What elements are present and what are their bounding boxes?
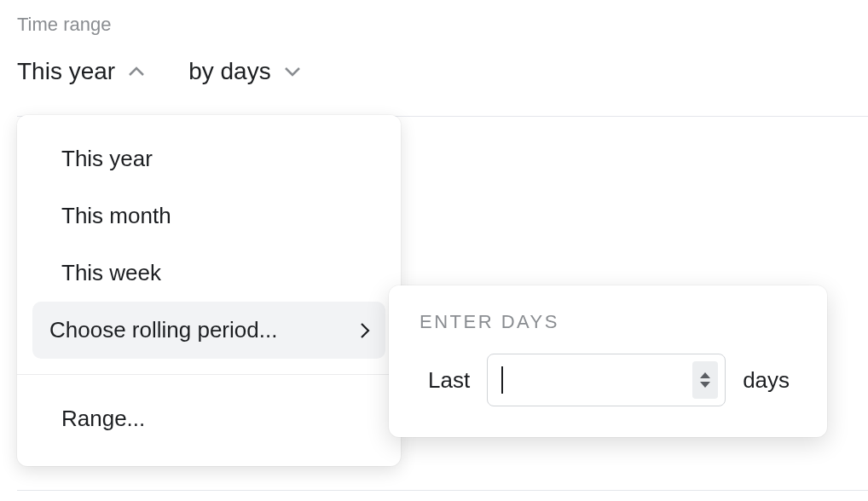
menu-divider — [17, 374, 401, 375]
divider — [17, 490, 868, 491]
menu-item-this-month[interactable]: This month — [32, 187, 385, 245]
menu-item-this-week[interactable]: This week — [32, 245, 385, 302]
submenu-suffix: days — [743, 367, 790, 394]
selectors-row: This year by days — [17, 58, 302, 85]
days-input[interactable] — [487, 354, 726, 406]
time-range-dropdown-label: This year — [17, 58, 115, 85]
chevron-right-icon — [360, 322, 370, 339]
chevron-up-icon — [127, 66, 146, 78]
menu-item-rolling-period[interactable]: Choose rolling period... — [32, 302, 385, 359]
granularity-dropdown[interactable]: by days — [188, 58, 302, 85]
svg-marker-1 — [700, 382, 710, 388]
chevron-down-icon — [283, 66, 302, 78]
menu-item-label: This month — [61, 203, 171, 229]
number-stepper[interactable] — [692, 361, 718, 399]
menu-item-this-year[interactable]: This year — [32, 130, 385, 187]
menu-item-label: Range... — [61, 406, 145, 432]
time-range-menu: This year This month This week Choose ro… — [17, 115, 401, 466]
time-range-label: Time range — [17, 14, 111, 36]
menu-item-range[interactable]: Range... — [32, 390, 385, 447]
menu-item-label: This week — [61, 260, 161, 286]
rolling-period-submenu: Enter days Last days — [389, 285, 827, 437]
svg-marker-0 — [700, 372, 710, 378]
stepper-down-icon — [699, 381, 711, 389]
submenu-prefix: Last — [428, 367, 470, 394]
menu-item-label: Choose rolling period... — [49, 317, 277, 343]
submenu-input-row: Last days — [420, 354, 796, 406]
text-cursor — [501, 366, 503, 394]
submenu-title: Enter days — [420, 311, 796, 333]
stepper-up-icon — [699, 371, 711, 379]
menu-item-label: This year — [61, 146, 153, 172]
granularity-dropdown-label: by days — [188, 58, 271, 85]
time-range-dropdown[interactable]: This year — [17, 58, 146, 85]
